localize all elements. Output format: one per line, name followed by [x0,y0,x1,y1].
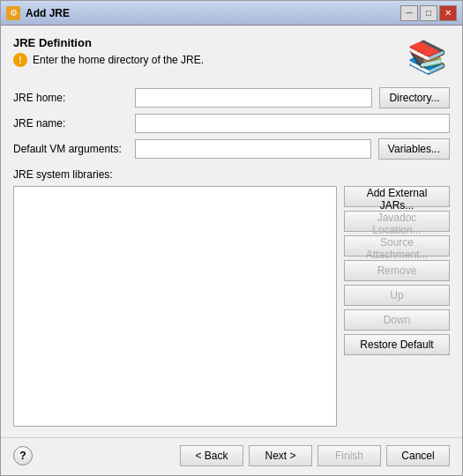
javadoc-location-button[interactable]: Javadoc Location... [344,211,450,232]
window-icon: ⚙ [6,6,20,20]
warning-text: Enter the home directory of the JRE. [33,54,204,66]
next-button[interactable]: Next > [249,445,312,466]
vm-args-input[interactable] [135,139,371,159]
books-icon: 📚 [407,41,447,73]
add-external-jars-button[interactable]: Add External JARs... [344,186,450,207]
jre-home-label: JRE home: [13,92,128,104]
main-window: ⚙ Add JRE ─ □ ✕ JRE Definition ! Enter t… [0,0,463,476]
libraries-buttons: Add External JARs... Javadoc Location...… [344,186,450,427]
header-section: JRE Definition ! Enter the home director… [13,36,450,78]
directory-button[interactable]: Directory... [379,87,450,108]
footer-right: < Back Next > Finish Cancel [180,445,450,466]
back-button[interactable]: < Back [180,445,243,466]
source-attachment-button[interactable]: Source Attachment... [344,235,450,257]
remove-button[interactable]: Remove [344,260,450,281]
down-button[interactable]: Down [344,309,450,331]
cancel-button[interactable]: Cancel [386,445,450,466]
vm-args-row: Default VM arguments: Variables... [13,138,450,160]
libraries-section: JRE system libraries: Add External JARs.… [13,168,450,427]
maximize-button[interactable]: □ [420,5,437,21]
jre-name-label: JRE name: [13,117,128,130]
jre-home-row: JRE home: Directory... [13,87,450,108]
title-controls: ─ □ ✕ [400,5,457,21]
variables-button[interactable]: Variables... [378,138,450,160]
finish-button[interactable]: Finish [317,445,381,466]
libraries-label: JRE system libraries: [13,168,450,181]
main-content: JRE Definition ! Enter the home director… [1,26,462,437]
vm-args-label: Default VM arguments: [13,143,128,155]
warning-row: ! Enter the home directory of the JRE. [13,53,204,67]
footer-left: ? [13,446,33,465]
title-bar-left: ⚙ Add JRE [6,6,70,20]
libraries-body: Add External JARs... Javadoc Location...… [13,186,450,427]
header-left: JRE Definition ! Enter the home director… [13,36,204,67]
jre-name-row: JRE name: [13,114,450,133]
header-image: 📚 [404,36,450,78]
warning-icon: ! [13,53,27,67]
restore-default-button[interactable]: Restore Default [344,334,450,355]
minimize-button[interactable]: ─ [400,5,418,21]
window-title: Add JRE [26,7,70,19]
jre-home-input[interactable] [135,88,372,108]
section-title: JRE Definition [13,36,204,49]
close-button[interactable]: ✕ [439,5,457,21]
title-bar: ⚙ Add JRE ─ □ ✕ [1,1,462,26]
footer: ? < Back Next > Finish Cancel [1,437,462,475]
help-button[interactable]: ? [13,446,33,465]
jre-name-input[interactable] [135,114,450,133]
form-section: JRE home: Directory... JRE name: Default… [13,87,450,160]
libraries-list[interactable] [13,186,337,427]
up-button[interactable]: Up [344,285,450,306]
